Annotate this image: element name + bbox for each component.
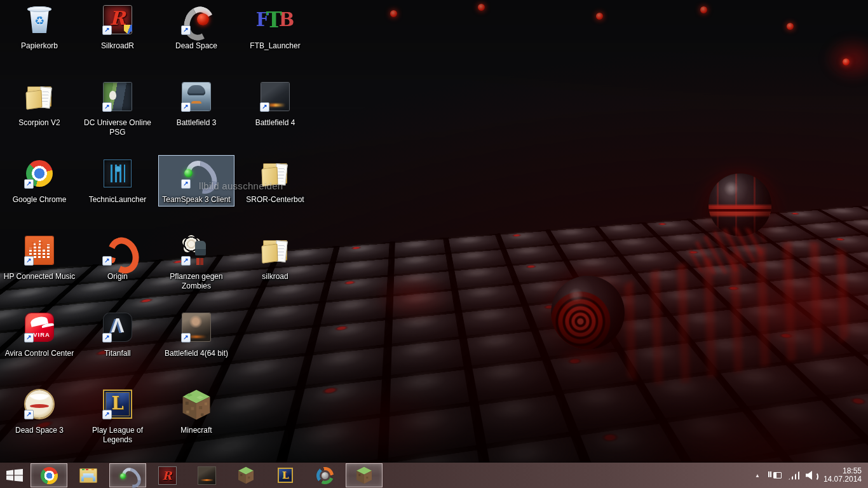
taskbar-button-battlefield-4[interactable] — [188, 463, 225, 487]
desktop-icon-ftb-launcher[interactable]: F T B FTB_Launcher — [237, 1, 313, 53]
icon-label: TeamSpeak 3 Client — [158, 195, 234, 205]
shortcut-arrow-icon: ↗ — [102, 102, 112, 112]
power-battery-icon[interactable] — [768, 471, 782, 480]
desktop-icon-league-of-legends[interactable]: L ↗ Play League of Legends — [79, 386, 156, 447]
silkroadr-icon: R — [159, 467, 176, 484]
teamspeak-icon — [119, 466, 137, 484]
taskbar-button-chrome[interactable] — [31, 463, 67, 487]
desktop-icon-silkroad-folder[interactable]: silkroad — [237, 232, 313, 283]
recycle-glyph: ♻ — [24, 14, 55, 28]
clock[interactable]: 18:55 14.07.2014 — [824, 467, 862, 484]
taskbar-button-teamspeak[interactable] — [109, 463, 146, 487]
shortcut-arrow-icon: ↗ — [181, 25, 191, 35]
icon-label: Scorpion V2 — [1, 118, 78, 128]
icon-label: TechnicLauncher — [79, 195, 156, 205]
shortcut-arrow-icon: ↗ — [24, 410, 34, 419]
folder-icon — [24, 81, 55, 112]
icon-label: Battlefield 4 — [237, 118, 313, 128]
icon-label: Battlefield 4(64 bit) — [158, 349, 234, 358]
icon-label: Pflanzen gegen Zombies — [158, 272, 234, 291]
dc-universe-online-icon: ↗ — [102, 81, 133, 112]
desktop-icon-google-chrome[interactable]: ↗ Google Chrome — [1, 155, 78, 207]
desktop-icon-minecraft[interactable]: Minecraft — [158, 386, 234, 437]
battlefield-4-icon — [198, 467, 215, 484]
taskbar-button-silkroadr[interactable]: R — [149, 463, 186, 487]
taskbar: R L — [0, 463, 868, 488]
desktop-icon-pflanzen-gegen-zombies[interactable]: ↗ Pflanzen gegen Zombies — [158, 232, 234, 293]
shortcut-arrow-icon: ↗ — [181, 179, 191, 189]
icon-label: Avira Control Center — [1, 349, 78, 358]
icon-label: Battlefield 3 — [158, 118, 234, 128]
taskbar-button-minecraft[interactable] — [227, 463, 264, 487]
league-of-legends-icon: L ↗ — [102, 389, 133, 419]
desktop-icon-battlefield-4[interactable]: ↗ Battlefield 4 — [237, 78, 313, 130]
ftb-glyph-t: T — [266, 7, 281, 32]
desktop-icon-silkroadr[interactable]: R ↗ SilkroadR — [79, 1, 156, 53]
folder-page — [274, 163, 287, 186]
desktop-icon-papierkorb[interactable]: ♻ Papierkorb — [1, 1, 78, 53]
icon-label: Origin — [79, 272, 156, 281]
shortcut-arrow-icon: ↗ — [24, 256, 34, 266]
icon-label: FTB_Launcher — [237, 41, 313, 51]
desktop-icon-dc-universe-online[interactable]: ↗ DC Universe Online PSG — [79, 78, 156, 139]
icon-label: Dead Space — [158, 41, 234, 51]
shortcut-arrow-icon: ↗ — [24, 179, 34, 189]
shortcut-arrow-icon: ↗ — [102, 256, 112, 266]
battlefield-4-64-icon: ↗ — [181, 312, 212, 342]
desktop-icon-scorpion-v2[interactable]: Scorpion V2 — [1, 78, 78, 130]
taskbar-button-circular-arrows-launcher[interactable] — [306, 463, 343, 487]
battlefield-4-icon: ↗ — [260, 81, 290, 112]
desktop-icon-teamspeak-selected[interactable]: ↗ TeamSpeak 3 Client — [158, 155, 234, 207]
shortcut-arrow-icon: ↗ — [181, 256, 191, 266]
battlefield-3-icon: ↗ — [181, 81, 212, 112]
icon-label: SilkroadR — [79, 41, 156, 51]
icon-label: HP Connected Music — [1, 272, 78, 281]
folder-icon — [260, 235, 290, 266]
folder-page — [38, 86, 51, 109]
shortcut-arrow-icon: ↗ — [260, 102, 269, 112]
hp-connected-music-icon: ↗ — [24, 235, 55, 266]
dead-space-icon: ↗ — [181, 4, 212, 35]
desktop-icon-technic-launcher[interactable]: TechnicLauncher — [79, 155, 156, 207]
origin-icon: ↗ — [102, 235, 133, 266]
minecraft-block-icon — [356, 466, 372, 484]
volume-icon[interactable] — [806, 471, 817, 480]
minecraft-icon — [181, 389, 212, 419]
titanfall-icon: Λ ↗ — [102, 312, 133, 342]
icon-label: Papierkorb — [1, 41, 78, 51]
desktop-icon-titanfall[interactable]: Λ ↗ Titanfall — [79, 309, 156, 360]
desktop-icon-battlefield-4-64[interactable]: ↗ Battlefield 4(64 bit) — [158, 309, 234, 360]
network-signal-icon[interactable] — [789, 471, 799, 480]
desktop-icon-sror-centerbot[interactable]: SROR-Centerbot — [237, 155, 313, 207]
taskbar-button-minecraft-2[interactable] — [346, 463, 383, 487]
icon-label: DC Universe Online PSG — [79, 118, 156, 137]
desktop-icon-dead-space-3[interactable]: ↗ Dead Space 3 — [1, 386, 78, 437]
technic-launcher-icon — [102, 158, 133, 189]
taskbar-button-league-of-legends[interactable]: L — [267, 463, 304, 487]
file-explorer-icon — [79, 468, 97, 483]
desktop-icon-hp-connected-music[interactable]: ↗ HP Connected Music — [1, 232, 78, 283]
league-of-legends-icon: L — [278, 468, 293, 483]
shortcut-arrow-icon: ↗ — [102, 410, 112, 419]
windows-logo-icon — [6, 469, 23, 482]
show-hidden-icons-button[interactable]: ▲ — [753, 473, 762, 478]
shortcut-arrow-icon: ↗ — [181, 102, 191, 112]
taskbar-button-file-explorer[interactable] — [70, 463, 107, 487]
desktop-icon-dead-space[interactable]: ↗ Dead Space — [158, 1, 234, 53]
system-tray: ▲ 18:55 14.07.2014 — [753, 467, 868, 484]
desktop-icon-avira[interactable]: AVIRA ↗ Avira Control Center — [1, 309, 78, 360]
icon-label: Titanfall — [79, 349, 156, 358]
chrome-icon — [41, 467, 58, 484]
icon-label: Google Chrome — [1, 195, 78, 205]
ftb-launcher-icon: F T B — [260, 4, 290, 35]
plants-vs-zombies-icon: ↗ — [181, 235, 212, 266]
minecraft-block-icon — [238, 466, 254, 484]
icon-label: Play League of Legends — [79, 426, 156, 445]
desktop-screen: llbild ausschneiden ♻ Papierkorb R ↗ Sil… — [0, 0, 868, 488]
desktop-icon-battlefield-3[interactable]: ↗ Battlefield 3 — [158, 78, 234, 130]
circular-arrows-icon — [316, 467, 334, 484]
desktop-icon-origin[interactable]: ↗ Origin — [79, 232, 156, 283]
dead-space-3-icon: ↗ — [24, 389, 55, 419]
start-button[interactable] — [0, 463, 29, 488]
silkroadr-icon: R ↗ — [102, 4, 133, 35]
